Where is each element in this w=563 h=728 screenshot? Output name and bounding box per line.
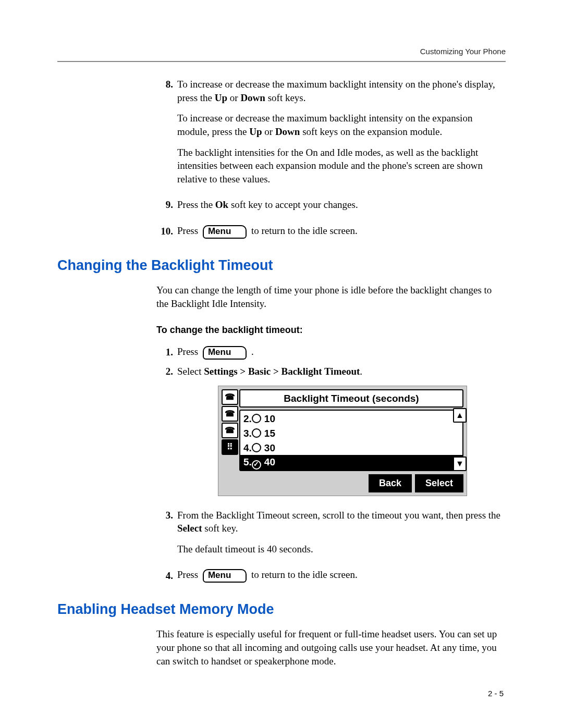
scroll-up-icon: ▲ <box>453 408 467 423</box>
lcd-scrollbar: ▲ ▼ <box>453 408 464 472</box>
text: soft key. <box>202 523 238 534</box>
phone-screen: ☎ ☎ ☎ ⠿ Backlight Timeout (seconds) 2.10… <box>218 386 467 496</box>
section-intro: You can change the length of time your p… <box>156 283 506 310</box>
section-intro: This feature is especially useful for fr… <box>156 627 506 668</box>
step-text: Press Menu to return to the idle screen. <box>177 224 506 239</box>
menu-hard-key-icon: Menu <box>203 346 247 360</box>
text: soft keys. <box>265 92 306 103</box>
menu-path: Settings > Basic > Backlight Timeout <box>204 366 360 377</box>
step-text: Press Menu . <box>177 345 506 360</box>
text: Press <box>177 346 201 357</box>
lcd-option: 3.15 <box>242 426 460 441</box>
proc-step-3: 3. From the Backlight Timeout screen, sc… <box>156 509 506 563</box>
proc-step-1: 1. Press Menu . <box>156 345 506 360</box>
text: soft keys on the expansion module. <box>300 126 442 137</box>
scroll-down-icon: ▼ <box>453 456 467 471</box>
step-text: From the Backlight Timeout screen, scrol… <box>177 509 506 563</box>
lcd-title: Backlight Timeout (seconds) <box>239 389 463 408</box>
step-number: 3. <box>156 509 177 563</box>
menu-hard-key-icon: Menu <box>203 569 247 583</box>
text: to return to the idle screen. <box>251 569 358 580</box>
step-number: 1. <box>156 346 177 359</box>
up-key: Up <box>249 126 262 137</box>
line-icon: ☎ <box>222 406 238 422</box>
step-number: 9. <box>156 198 177 219</box>
heading-backlight-timeout: Changing the Backlight Timeout <box>57 257 506 274</box>
text: or <box>227 92 240 103</box>
lcd-option: 4.30 <box>242 441 460 455</box>
step-number: 4. <box>156 569 177 583</box>
step-8: 8. To increase or decrease the maximum b… <box>156 78 506 193</box>
step-number: 2. <box>156 365 177 503</box>
ok-key: Ok <box>215 199 228 210</box>
menu-hard-key-icon: Menu <box>203 225 247 239</box>
text: soft key to accept your changes. <box>228 199 358 210</box>
step-10: 10. Press Menu to return to the idle scr… <box>156 224 506 239</box>
page-number: 2 - 5 <box>488 689 504 698</box>
step-text: Press the Ok soft key to accept your cha… <box>177 198 506 219</box>
down-key: Down <box>240 92 265 103</box>
text: . <box>251 346 254 357</box>
lcd-option-selected: 5.40 <box>240 455 462 470</box>
text: Press <box>177 225 201 236</box>
text: Press <box>177 569 201 580</box>
running-header: Customizing Your Phone <box>57 47 506 56</box>
select-key: Select <box>177 523 202 534</box>
procedure-subhead: To change the backlight timeout: <box>156 325 506 336</box>
text: The backlight intensities for the On and… <box>177 146 506 186</box>
text: The default timeout is 40 seconds. <box>177 542 506 556</box>
body-column: 8. To increase or decrease the maximum b… <box>156 78 506 239</box>
line-icon: ☎ <box>222 389 238 405</box>
procedure-steps: 1. Press Menu . 2. Select Settings > Bas… <box>156 345 506 583</box>
up-key: Up <box>215 92 227 103</box>
text: . <box>360 366 362 377</box>
text: to return to the idle screen. <box>251 225 358 236</box>
text: or <box>262 126 275 137</box>
step-text: Press Menu to return to the idle screen. <box>177 568 506 583</box>
softkey-select: Select <box>415 474 463 492</box>
line-icon: ☎ <box>222 423 238 438</box>
lcd-option: 2.10 <box>242 412 460 426</box>
text: Select <box>177 366 204 377</box>
step-text: To increase or decrease the maximum back… <box>177 78 506 193</box>
step-number: 8. <box>156 78 177 193</box>
phone-screen-figure: ☎ ☎ ☎ ⠿ Backlight Timeout (seconds) 2.10… <box>218 386 467 496</box>
step-9: 9. Press the Ok soft key to accept your … <box>156 198 506 219</box>
step-number: 10. <box>156 225 177 238</box>
keypad-icon: ⠿ <box>222 439 238 455</box>
proc-step-4: 4. Press Menu to return to the idle scre… <box>156 568 506 583</box>
page: Customizing Your Phone 8. To increase or… <box>0 0 563 728</box>
lcd-option-list: 2.10 3.15 4.30 5.40 <box>239 410 463 471</box>
heading-headset-memory: Enabling Headset Memory Mode <box>57 601 506 618</box>
down-key: Down <box>275 126 300 137</box>
text: Press the <box>177 199 215 210</box>
text: From the Backlight Timeout screen, scrol… <box>177 510 500 521</box>
header-rule <box>57 61 506 62</box>
step-text: Select Settings > Basic > Backlight Time… <box>177 365 506 503</box>
softkey-back: Back <box>369 474 412 492</box>
proc-step-2: 2. Select Settings > Basic > Backlight T… <box>156 365 506 503</box>
lcd-status-icons: ☎ ☎ ☎ ⠿ <box>222 389 237 472</box>
lcd-main: Backlight Timeout (seconds) 2.10 3.15 4.… <box>239 389 463 472</box>
lcd-softkey-row: Back Select <box>222 474 463 492</box>
